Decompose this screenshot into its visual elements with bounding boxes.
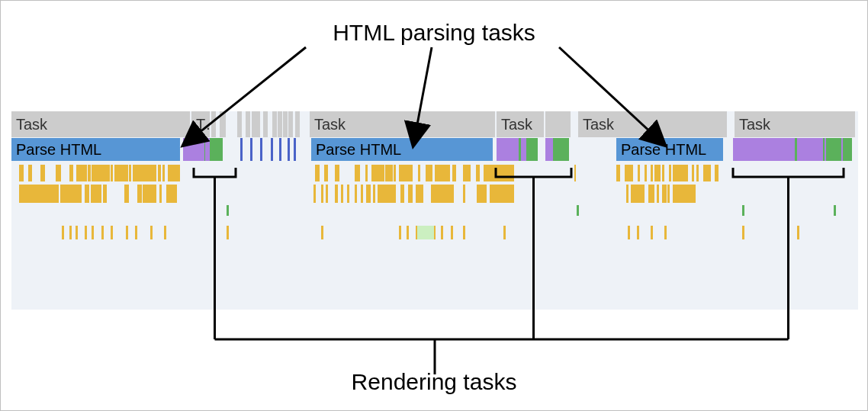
- flame-bar: [373, 185, 375, 203]
- flame-bar: [654, 165, 661, 181]
- flame-bar: [347, 185, 349, 203]
- flame-bar: [335, 185, 338, 203]
- task-block: Task: [11, 111, 190, 137]
- flame-bar: [143, 185, 156, 203]
- flame-bar: [452, 165, 456, 181]
- flame-bar: [371, 165, 384, 181]
- diagram-frame: HTML parsing tasks TaskT…TaskTaskTaskTas…: [0, 0, 868, 411]
- flame-bar: [417, 226, 434, 239]
- task-block: Task: [578, 111, 727, 137]
- flame-bar: [103, 185, 107, 203]
- flame-bar: [657, 185, 659, 203]
- flame-bar: [645, 165, 647, 181]
- flame-bar: [385, 165, 393, 181]
- flame-bar: [60, 185, 82, 203]
- flame-bar: [408, 185, 413, 203]
- task-block: [295, 111, 300, 137]
- top-label: HTML parsing tasks: [333, 20, 535, 46]
- flame-bar: [484, 165, 514, 181]
- flame-bar: [435, 165, 450, 181]
- task-block: [237, 111, 242, 137]
- flame-bar: [416, 185, 423, 203]
- flame-bar: [366, 185, 371, 203]
- flame-bar: [418, 165, 420, 181]
- flame-bar: [358, 165, 360, 181]
- render-segment: [826, 138, 841, 161]
- thin-segment: [260, 138, 262, 161]
- flame-bar: [162, 165, 165, 181]
- parse-html-block: Parse HTML: [311, 138, 493, 161]
- flame-bar: [326, 185, 328, 203]
- render-segment: [555, 138, 569, 161]
- flame-bar: [321, 185, 323, 203]
- flame-bar: [378, 185, 396, 203]
- flame-bar: [335, 165, 339, 181]
- flame-bar: [85, 185, 89, 203]
- render-segment: [797, 138, 823, 161]
- flame-bar: [361, 185, 363, 203]
- flame-bar: [477, 185, 487, 203]
- thin-segment: [294, 138, 296, 161]
- flame-bar: [324, 165, 328, 181]
- flame-bar: [159, 185, 162, 203]
- thin-segment: [288, 138, 290, 161]
- task-block: [211, 111, 216, 137]
- thin-segment: [250, 138, 252, 161]
- flame-row: [11, 185, 858, 203]
- flame-bar: [19, 165, 24, 181]
- task-block: [272, 111, 277, 137]
- flame-bar: [111, 165, 113, 181]
- flame-bar: [577, 205, 579, 216]
- task-block: [220, 111, 226, 137]
- task-block: T…: [191, 111, 210, 137]
- task-block: [263, 111, 268, 137]
- render-segment: [527, 138, 538, 161]
- task-block: [246, 111, 250, 137]
- flame-bar: [662, 165, 664, 181]
- flame-bar: [394, 165, 396, 181]
- flame-bar: [431, 185, 454, 203]
- flame-bar: [490, 185, 514, 203]
- flame-bar: [40, 165, 45, 181]
- flame-bar: [400, 185, 404, 203]
- thin-segment: [279, 138, 281, 161]
- render-segment: [545, 138, 553, 161]
- flame-bar: [137, 185, 142, 203]
- render-segment: [497, 138, 502, 161]
- flame-bar: [651, 165, 653, 181]
- flame-bar: [341, 185, 343, 203]
- flame-bar: [69, 165, 73, 181]
- flame-bar: [315, 165, 320, 181]
- parse-html-block: Parse HTML: [616, 138, 723, 161]
- flame-bar: [669, 165, 671, 181]
- task-block: Task: [497, 111, 544, 137]
- bottom-label: Rendering tasks: [352, 369, 517, 395]
- flame-bar: [227, 205, 229, 216]
- flame-row: [11, 165, 858, 181]
- flame-bar: [76, 165, 87, 181]
- flame-bar: [399, 165, 413, 181]
- task-block: [288, 111, 293, 137]
- thin-segment: [271, 138, 273, 161]
- flame-bar: [59, 165, 61, 181]
- flame-bar: [476, 165, 480, 181]
- task-block: [256, 111, 260, 137]
- parse-html-block: Parse HTML: [11, 138, 180, 161]
- flame-bar: [124, 185, 129, 203]
- flame-bar: [626, 185, 628, 203]
- flame-bar: [667, 185, 670, 203]
- flame-bar: [834, 205, 836, 216]
- render-segment: [521, 138, 526, 161]
- flame-bar: [88, 165, 91, 181]
- flame-bar: [426, 165, 432, 181]
- flame-bar: [313, 185, 316, 203]
- flame-bar: [158, 165, 161, 181]
- task-row: TaskT…TaskTaskTaskTask: [11, 111, 858, 137]
- flame-bar: [648, 185, 654, 203]
- render-segment: [502, 138, 519, 161]
- render-segment: [735, 138, 795, 161]
- flame-bar: [28, 165, 32, 181]
- task-block: [545, 111, 571, 137]
- flame-bar: [673, 185, 696, 203]
- flame-bar: [92, 165, 110, 181]
